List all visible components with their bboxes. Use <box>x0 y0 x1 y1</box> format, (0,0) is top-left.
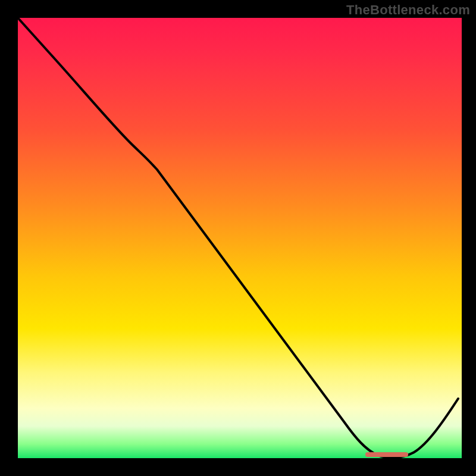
bottleneck-curve <box>14 18 462 462</box>
curve-path <box>18 18 458 458</box>
chart-frame: TheBottleneck.com <box>0 0 476 476</box>
plot-outer <box>14 18 462 462</box>
optimal-range-marker <box>365 452 408 457</box>
watermark-text: TheBottleneck.com <box>346 2 470 18</box>
y-axis-line <box>14 18 18 462</box>
x-axis-line <box>14 458 462 462</box>
